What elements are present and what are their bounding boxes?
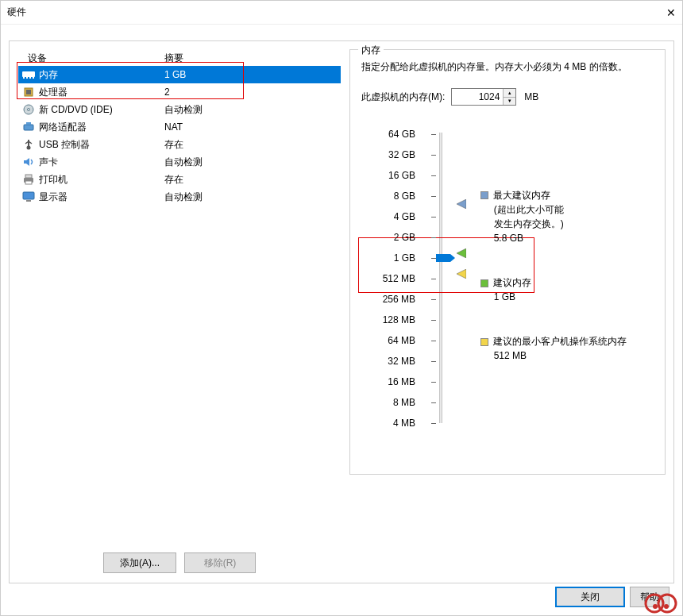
add-button[interactable]: 添加(A)... [103, 552, 176, 573]
svg-rect-3 [29, 77, 31, 79]
svg-point-22 [658, 595, 676, 612]
sound-icon [21, 156, 36, 168]
legend-min: 建议的最小客户机操作系统内存 512 MB [480, 334, 627, 363]
svg-point-23 [653, 604, 658, 609]
close-icon[interactable]: ✕ [666, 6, 676, 19]
cd-icon [21, 103, 36, 116]
hardware-table: 设备 摘要 内存 1 GB 处理器 2 新 CD/DVD (IDE) 自动检测 … [17, 49, 342, 548]
memory-desc: 指定分配给此虚拟机的内存量。内存大小必须为 4 MB 的倍数。 [361, 60, 654, 74]
remove-button[interactable]: 移除(R) [184, 552, 256, 573]
svg-rect-6 [26, 90, 31, 94]
memory-unit: MB [524, 91, 538, 102]
scale-tick: 16 MB [352, 376, 415, 387]
min-marker-icon [457, 274, 466, 283]
scale-tick: 512 MB [352, 273, 415, 284]
svg-marker-20 [457, 269, 466, 279]
printer-icon [21, 173, 36, 186]
scale-tick: 64 MB [352, 335, 415, 346]
memory-scale[interactable]: 64 GB32 GB16 GB8 GB4 GB2 GB1 GB512 MB256… [361, 129, 654, 431]
svg-point-24 [664, 604, 669, 609]
svg-marker-19 [457, 248, 466, 258]
device-name: 显示器 [39, 191, 164, 204]
device-summary: 自动检测 [164, 156, 338, 169]
spin-up-icon: ▲ [504, 89, 515, 98]
memory-input-label: 此虚拟机的内存(M): [361, 90, 445, 104]
scale-tick: 2 GB [352, 232, 415, 243]
legend-max: 最大建议内存 (超出此大小可能 发生内存交换。) 5.8 GB [480, 188, 564, 245]
scale-tick: 32 MB [352, 356, 415, 367]
device-summary: 1 GB [164, 69, 338, 80]
svg-rect-17 [26, 200, 31, 202]
scale-tick: 4 MB [352, 418, 415, 429]
device-row[interactable]: USB 控制器 存在 [18, 136, 341, 153]
device-row[interactable]: 处理器 2 [18, 83, 341, 101]
scale-tick: 256 MB [352, 294, 415, 305]
cpu-icon [21, 86, 36, 98]
net-icon [21, 121, 36, 133]
scale-tick: 16 GB [352, 170, 415, 181]
col-summary[interactable]: 摘要 [164, 52, 331, 65]
memory-spinbox[interactable]: ▲ ▼ [451, 88, 516, 106]
group-title: 内存 [358, 44, 384, 57]
rec-marker-icon [457, 253, 466, 263]
device-name: 打印机 [39, 173, 164, 187]
scale-tick: 32 GB [352, 149, 415, 160]
svg-rect-14 [25, 175, 32, 178]
device-summary: NAT [164, 121, 338, 133]
scale-tick: 128 MB [352, 314, 415, 325]
memory-icon [21, 68, 36, 81]
device-row[interactable]: 打印机 存在 [18, 171, 341, 188]
svg-rect-4 [33, 77, 34, 79]
svg-rect-10 [26, 122, 31, 125]
svg-rect-9 [24, 125, 33, 130]
device-row[interactable]: 内存 1 GB [18, 66, 341, 83]
svg-rect-0 [22, 71, 35, 77]
scale-axis [439, 133, 442, 423]
memory-group: 内存 指定分配给此虚拟机的内存量。内存大小必须为 4 MB 的倍数。 此虚拟机的… [349, 49, 666, 475]
svg-rect-1 [23, 77, 25, 79]
col-device[interactable]: 设备 [28, 52, 164, 65]
device-name: 声卡 [39, 156, 164, 169]
device-row[interactable]: 声卡 自动检测 [18, 153, 341, 171]
svg-marker-18 [457, 199, 466, 209]
scale-tick: 4 GB [352, 211, 415, 222]
legend-recommended: 建议内存 1 GB [480, 275, 531, 304]
usb-icon [21, 138, 36, 151]
device-name: 内存 [39, 68, 164, 82]
display-icon [21, 191, 36, 203]
device-name: USB 控制器 [39, 138, 164, 152]
svg-rect-16 [23, 192, 34, 199]
device-name: 网络适配器 [39, 121, 164, 134]
device-summary: 自动检测 [164, 103, 338, 117]
close-button[interactable]: 关闭 [555, 587, 625, 607]
device-row[interactable]: 显示器 自动检测 [18, 188, 341, 206]
scale-tick: 8 GB [352, 191, 415, 202]
scale-tick: 64 GB [352, 129, 415, 140]
device-summary: 自动检测 [164, 191, 338, 204]
scale-tick: 1 GB [352, 252, 415, 264]
svg-point-8 [28, 109, 30, 111]
device-name: 处理器 [39, 86, 164, 99]
device-summary: 存在 [164, 138, 338, 152]
device-summary: 2 [164, 87, 338, 98]
scale-tick: 8 MB [352, 397, 415, 408]
current-memory-marker[interactable] [436, 254, 450, 262]
device-row[interactable]: 新 CD/DVD (IDE) 自动检测 [18, 101, 341, 118]
max-marker-icon [457, 204, 466, 214]
watermark-logo [639, 586, 683, 616]
svg-rect-15 [25, 181, 32, 184]
svg-rect-2 [26, 77, 28, 79]
device-name: 新 CD/DVD (IDE) [39, 103, 164, 117]
svg-rect-12 [28, 140, 29, 147]
memory-input[interactable] [452, 89, 503, 105]
device-summary: 存在 [164, 173, 338, 187]
device-row[interactable]: 网络适配器 NAT [18, 118, 341, 136]
spin-down-icon: ▼ [504, 98, 515, 106]
window-title: 硬件 [7, 6, 26, 19]
